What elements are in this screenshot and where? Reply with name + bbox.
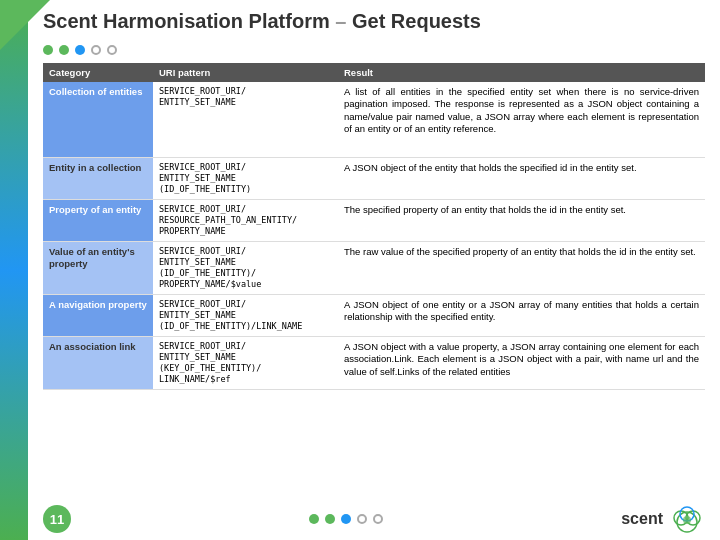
requests-table: Category URI pattern Result Collection o… xyxy=(43,63,705,390)
page-number: 11 xyxy=(43,505,71,533)
logo-text: scent xyxy=(621,510,663,528)
bottom-dot-4 xyxy=(357,514,367,524)
cell-result: The raw value of the specified property … xyxy=(338,241,705,294)
top-dots-row xyxy=(43,45,705,55)
cell-category: Collection of entities xyxy=(43,82,153,157)
logo-icon xyxy=(667,504,705,534)
bottom-dot-1 xyxy=(309,514,319,524)
cell-result: The specified property of an entity that… xyxy=(338,199,705,241)
table-row: A navigation propertySERVICE_ROOT_URI/ E… xyxy=(43,294,705,336)
table-row: An association linkSERVICE_ROOT_URI/ ENT… xyxy=(43,337,705,390)
cell-uri: SERVICE_ROOT_URI/ ENTITY_SET_NAME (ID_OF… xyxy=(153,157,338,199)
bottom-bar: 11 scent xyxy=(28,498,720,540)
scent-logo: scent xyxy=(621,504,705,534)
cell-category: Property of an entity xyxy=(43,199,153,241)
cell-result: A JSON object with a value property, a J… xyxy=(338,337,705,390)
col-header-uri: URI pattern xyxy=(153,63,338,82)
cell-category: Entity in a collection xyxy=(43,157,153,199)
table-header-row: Category URI pattern Result xyxy=(43,63,705,82)
svg-point-4 xyxy=(683,516,691,524)
left-accent-bar xyxy=(0,0,28,540)
col-header-category: Category xyxy=(43,63,153,82)
bottom-dots-row xyxy=(309,514,383,524)
cell-uri: SERVICE_ROOT_URI/ RESOURCE_PATH_TO_AN_EN… xyxy=(153,199,338,241)
cell-category: Value of an entity's property xyxy=(43,241,153,294)
table-row: Entity in a collectionSERVICE_ROOT_URI/ … xyxy=(43,157,705,199)
corner-triangle xyxy=(0,0,50,50)
dot-2 xyxy=(59,45,69,55)
cell-uri: SERVICE_ROOT_URI/ ENTITY_SET_NAME (ID_OF… xyxy=(153,241,338,294)
cell-uri: SERVICE_ROOT_URI/ ENTITY_SET_NAME (KEY_O… xyxy=(153,337,338,390)
table-row: Property of an entitySERVICE_ROOT_URI/ R… xyxy=(43,199,705,241)
cell-uri: SERVICE_ROOT_URI/ ENTITY_SET_NAME (ID_OF… xyxy=(153,294,338,336)
bottom-dot-2 xyxy=(325,514,335,524)
bottom-dot-5 xyxy=(373,514,383,524)
cell-result: A JSON object of the entity that holds t… xyxy=(338,157,705,199)
dot-4 xyxy=(91,45,101,55)
table-row: Value of an entity's propertySERVICE_ROO… xyxy=(43,241,705,294)
col-header-result: Result xyxy=(338,63,705,82)
dot-3 xyxy=(75,45,85,55)
cell-category: A navigation property xyxy=(43,294,153,336)
title-subtitle: Get Requests xyxy=(352,10,481,32)
bottom-dot-3 xyxy=(341,514,351,524)
page-title: Scent Harmonisation Platform – Get Reque… xyxy=(43,10,481,33)
cell-category: An association link xyxy=(43,337,153,390)
cell-result: A list of all entities in the specified … xyxy=(338,82,705,157)
title-main: Scent Harmonisation Platform xyxy=(43,10,330,32)
table-row: Collection of entitiesSERVICE_ROOT_URI/ … xyxy=(43,82,705,157)
cell-uri: SERVICE_ROOT_URI/ ENTITY_SET_NAME xyxy=(153,82,338,157)
cell-result: A JSON object of one entity or a JSON ar… xyxy=(338,294,705,336)
dot-5 xyxy=(107,45,117,55)
